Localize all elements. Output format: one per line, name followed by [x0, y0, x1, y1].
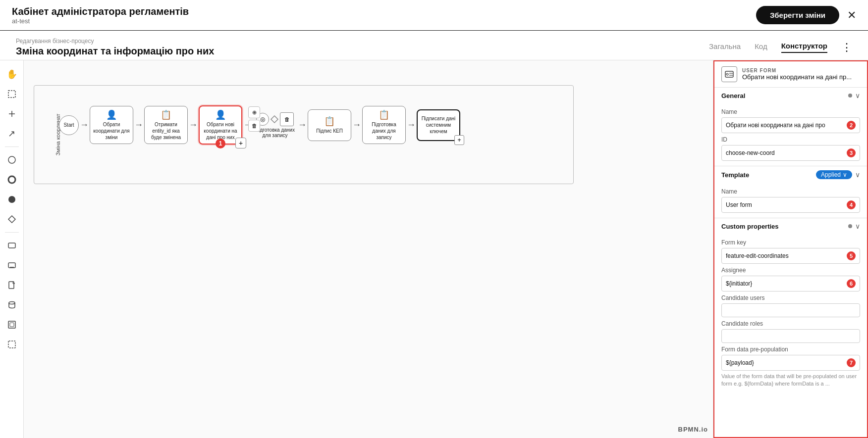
template-expand-chevron[interactable]: ∨ [855, 171, 860, 179]
more-options-button[interactable]: ⋮ [841, 41, 852, 54]
template-badge[interactable]: Applied ∨ [816, 170, 852, 179]
arrow-3: → [188, 120, 199, 130]
id-badge: 3 [847, 148, 856, 157]
thick-circle-tool-button[interactable] [3, 171, 21, 189]
template-controls: Applied ∨ ∨ [816, 170, 860, 179]
rect-tool-button[interactable] [3, 237, 21, 254]
main-content: ✋ ↗ [0, 60, 868, 438]
dashed-rect-tool-button[interactable] [3, 336, 21, 353]
custom-props-header[interactable]: Custom properties ∨ [714, 218, 867, 234]
id-field-label: ID [721, 136, 860, 143]
template-row[interactable]: Template Applied ∨ ∨ [714, 166, 867, 183]
candidate-roles-label: Candidate roles [721, 320, 860, 327]
task-3-icon: 👤 [215, 109, 226, 120]
template-badge-chevron: ∨ [843, 171, 847, 178]
lasso-tool-button[interactable] [3, 105, 21, 123]
plus-button[interactable]: + [235, 138, 246, 148]
ctrl-btn-1[interactable]: ⊕ [248, 106, 260, 118]
task-5-label: Підпис КЕП [316, 128, 343, 134]
form-key-badge: 5 [847, 251, 856, 260]
name-field-value: Обрати нові координати на дані про [726, 122, 847, 129]
breadcrumb: Редагування бізнес-процесу [16, 38, 214, 45]
custom-props-title: Custom properties [721, 223, 779, 230]
toolbar-divider-1 [5, 146, 19, 147]
general-chevron: ∨ [855, 92, 860, 99]
svg-rect-14 [8, 341, 15, 348]
name-field[interactable]: Обрати нові координати на дані про 2 [721, 117, 860, 133]
select-tool-button[interactable] [3, 85, 21, 103]
task-node-4b[interactable]: 🗑 [280, 112, 294, 126]
task-node-5[interactable]: 📋 Підпис КЕП [308, 109, 351, 141]
task-node-2[interactable]: 📋 Отримати entity_id яка буде змінена [144, 106, 188, 144]
template-section-body: Name User form 4 [714, 183, 867, 218]
task-node-6[interactable]: 📋 Підготовка даних для запису [362, 106, 406, 144]
arrow-tool-button[interactable]: ↗ [3, 125, 21, 143]
svg-point-11 [9, 302, 15, 304]
arrow-7: → [406, 120, 417, 130]
nav-general[interactable]: Загальна [709, 42, 741, 52]
form-data-hint: Value of the form data that will be pre-… [721, 373, 860, 388]
sub-header-left: Редагування бізнес-процесу Зміна координ… [16, 38, 214, 57]
template-section: Template Applied ∨ ∨ Name User form 4 [714, 166, 867, 218]
node-controls: ⊕ 🗑 [248, 106, 260, 132]
task-2-label: Отримати entity_id яка буде змінена [148, 121, 184, 141]
form-data-field[interactable]: ${payload} 7 [721, 355, 860, 371]
template-badge-text: Applied [821, 171, 841, 178]
form-data-value: ${payload} [726, 359, 847, 366]
nav-code[interactable]: Код [755, 42, 767, 52]
arrow-6: → [351, 120, 362, 130]
panel-header-name: Обрати нові координати на дані пр... [742, 73, 852, 81]
app-header-left: Кабінет адміністратора регламентів at-te… [12, 6, 189, 25]
circle-tool-button[interactable] [3, 151, 21, 169]
svg-marker-15 [271, 116, 278, 123]
assignee-value: ${initiator} [726, 280, 847, 287]
task-node-7[interactable]: Підписати дані системним ключем + [417, 109, 460, 141]
frame-tool-button[interactable] [3, 316, 21, 334]
svg-rect-7 [8, 243, 15, 248]
start-label: Start [63, 122, 74, 128]
task-node-3-selected[interactable]: 👤 Обрати нові координати на дані про них… [199, 105, 242, 145]
candidate-roles-field[interactable] [721, 329, 860, 343]
save-button[interactable]: Зберегти зміни [756, 6, 839, 24]
task-7-plus[interactable]: + [454, 135, 464, 145]
general-dot [848, 94, 852, 97]
canvas-area: ✋ ↗ [0, 60, 713, 438]
app-title: Кабінет адміністратора регламентів [12, 6, 189, 17]
rect-minus-tool-button[interactable] [3, 256, 21, 274]
diamond-tool-button[interactable] [3, 210, 21, 228]
panel-header-text: USER FORM Обрати нові координати на дані… [742, 68, 852, 81]
panel-header-icon [721, 66, 737, 82]
template-section-title: Template [721, 171, 749, 179]
task-2-icon: 📋 [161, 109, 171, 120]
task-3-label: Обрати нові координати на дані про них [203, 121, 238, 141]
right-panel: USER FORM Обрати нові координати на дані… [713, 60, 868, 438]
panel-scroll[interactable]: General ∨ Name Обрати нові координати на… [714, 88, 867, 437]
candidate-users-label: Candidate users [721, 294, 860, 301]
candidate-users-field[interactable] [721, 303, 860, 317]
hand-tool-button[interactable]: ✋ [3, 65, 21, 83]
template-name-field[interactable]: User form 4 [721, 197, 860, 213]
arrow-5: → [297, 120, 308, 130]
assignee-field[interactable]: ${initiator} 6 [721, 276, 860, 292]
svg-marker-6 [8, 216, 15, 223]
form-key-field[interactable]: feature-edit-coordinates 5 [721, 248, 860, 264]
custom-props-controls: ∨ [848, 222, 860, 230]
task-6-icon: 📋 [379, 109, 389, 120]
filled-circle-tool-button[interactable] [3, 191, 21, 208]
general-section-header[interactable]: General ∨ [714, 88, 867, 103]
doc-tool-button[interactable] [3, 276, 21, 294]
sub-header: Редагування бізнес-процесу Зміна координ… [0, 31, 868, 60]
bpmn-canvas[interactable]: Зміна координат Start → 👤 Обрати координ… [24, 60, 713, 438]
page-title: Зміна координат та інформацію про них [16, 46, 214, 57]
svg-point-4 [8, 176, 15, 183]
close-button[interactable]: ✕ [847, 9, 856, 22]
ctrl-btn-2[interactable]: 🗑 [248, 120, 260, 132]
start-event-node[interactable]: Start [59, 115, 79, 135]
nav-constructor[interactable]: Конструктор [781, 42, 827, 53]
id-field[interactable]: choose-new-coord 3 [721, 145, 860, 161]
task-node-1[interactable]: 👤 Обрати координати для зміни [90, 106, 133, 144]
general-section-header-left: General [721, 92, 745, 99]
db-tool-button[interactable] [3, 296, 21, 314]
form-key-label: Form key [721, 239, 860, 246]
custom-props-dot [848, 224, 852, 228]
